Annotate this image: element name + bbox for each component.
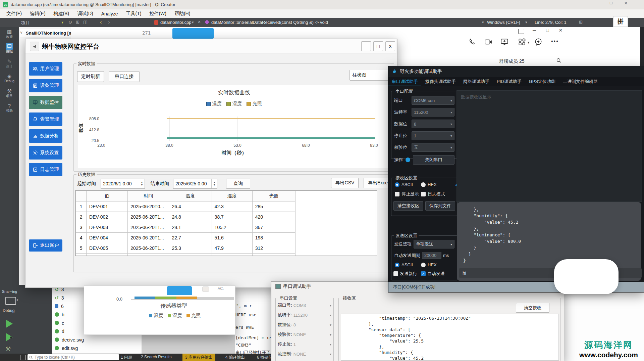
encoding-dropdown-icon[interactable]: ▾ — [482, 20, 484, 25]
tab-pid-assistant[interactable]: PID调试助手 — [493, 77, 525, 86]
save-to-file-button[interactable]: 保存到文件 — [425, 201, 455, 211]
apps-grid-icon[interactable] — [518, 38, 526, 48]
collapse-icon[interactable]: ⊖ — [68, 19, 72, 25]
sidebar-item-devices[interactable]: 设备管理 — [29, 79, 62, 92]
sidebar-item-settings[interactable]: 系统设置 — [29, 146, 62, 160]
wildfire-titlebar[interactable]: 野火多功能调试助手 — [388, 66, 644, 77]
databits-select[interactable]: 8 — [293, 322, 328, 327]
mode-help[interactable]: ? 帮助 — [0, 103, 19, 113]
tab-network-assistant[interactable]: 网络调试助手 — [460, 77, 493, 86]
col-header-lum[interactable]: 光照 — [252, 191, 295, 201]
wechat-sidebar-toggle-icon[interactable] — [518, 29, 524, 34]
stopbits-select[interactable]: 1 — [293, 342, 328, 347]
kit-expand-icon[interactable]: ▸ — [17, 298, 19, 302]
col-header-id[interactable]: ID — [87, 191, 128, 201]
qt-close-button[interactable]: × — [619, 0, 633, 8]
table-row[interactable]: 6DEV-0012025-06-20T0...26.442.3285 — [76, 254, 296, 256]
split-icon[interactable]: ⊞ — [76, 19, 79, 25]
spinner-icons[interactable]: ▲▼ — [211, 179, 217, 188]
spinner-icons[interactable]: ▲▼ — [139, 179, 145, 188]
file-list-item[interactable]: decive.svg — [52, 335, 142, 344]
menu-tools[interactable]: 工具(T) — [122, 11, 145, 17]
table-row[interactable]: 3DEV-0032025-06-20T1...28.1105.2367 — [76, 222, 296, 233]
wechat-close-icon[interactable]: × — [559, 27, 562, 34]
locate-input[interactable]: Type to locate (Ctrl+K) — [28, 354, 119, 360]
iot-titlebar[interactable]: 蜗牛物联网监控平台 – □ X — [25, 39, 396, 53]
menu-help[interactable]: 帮助(H) — [171, 11, 194, 17]
iot-close-button[interactable]: X — [385, 41, 395, 51]
wechat-maximize-icon[interactable]: □ — [546, 28, 549, 33]
video-call-icon[interactable] — [484, 38, 493, 48]
send-period-input[interactable]: 20000 — [422, 252, 441, 259]
col-header-temp[interactable]: 温度 — [169, 191, 212, 201]
mode-debug[interactable]: ◈ Debug — [0, 73, 19, 83]
export-csv-button[interactable]: 导出CSV — [331, 178, 359, 188]
wf-databits-select[interactable]: 8▾ — [412, 120, 454, 128]
sidebar-item-analysis[interactable]: 数据分析 — [29, 129, 62, 143]
file-dropdown-icon[interactable]: ▾ — [192, 20, 194, 25]
menu-debug[interactable]: 调试(D) — [73, 11, 97, 17]
wf-baud-select[interactable]: 115200▾ — [412, 108, 454, 117]
file-close-icon[interactable]: × — [198, 19, 201, 25]
port-select[interactable]: COM3 — [293, 303, 328, 308]
receive-textarea[interactable]: "timestamp": "2025-06-23T14:30:00Z" }, "… — [341, 314, 559, 361]
legend-item-humidity[interactable]: 湿度 — [226, 101, 242, 107]
menu-analyze[interactable]: Analyze — [98, 11, 122, 16]
log-mode-checkbox[interactable] — [421, 192, 426, 196]
wechat-minimize-icon[interactable]: – — [533, 27, 536, 34]
nav-back-icon[interactable]: ‹ — [100, 19, 102, 26]
tree-expand-icon[interactable]: ˅ — [20, 31, 22, 35]
screen-share-icon[interactable] — [500, 38, 509, 48]
send-newline-checkbox[interactable] — [393, 271, 398, 276]
baud-select[interactable]: 115200 — [293, 313, 328, 318]
apps-chevron-icon[interactable]: ▾ — [528, 40, 530, 45]
iot-maximize-button[interactable]: □ — [373, 41, 383, 51]
taskbar-panel-search[interactable]: 2 Search Results — [141, 355, 171, 359]
stop-display-checkbox[interactable] — [395, 192, 399, 196]
ascii-radio[interactable] — [395, 182, 399, 187]
parity-select[interactable]: NONE — [293, 332, 328, 337]
menu-build[interactable]: 构建(B) — [50, 11, 73, 17]
table-row[interactable]: 2DEV-0022025-06-20T1...24.838.7420 — [76, 212, 296, 222]
file-list-item[interactable]: edit.svg — [52, 344, 142, 352]
legend-item-luminance[interactable]: 光照 — [247, 101, 262, 107]
taskbar-panel-compile[interactable]: 4 编译输出 — [225, 355, 245, 360]
col-header-humidity[interactable]: 湿度 — [212, 191, 252, 201]
panel-toggle-icon[interactable] — [20, 355, 26, 360]
col-header-time[interactable]: 时间 — [128, 191, 169, 201]
timed-refresh-button[interactable]: 定时刷新 — [77, 71, 104, 82]
send-ascii-radio[interactable] — [395, 263, 399, 267]
wf-parity-select[interactable]: 无▾ — [412, 143, 454, 152]
sidebar-item-monitor[interactable]: 数据监控 — [29, 96, 62, 109]
symbol-selector[interactable]: dataMonitor::onSerialDataReceived(const … — [211, 20, 328, 25]
close-serial-button[interactable]: 关闭串口 — [413, 155, 454, 165]
taskbar-panel-issues[interactable]: 1 问题 — [121, 355, 132, 360]
start-time-input[interactable]: 2020/6/1 0:00 ▲▼ — [101, 179, 145, 189]
wf-receive-display[interactable]: 数据接收区显示 — [457, 90, 642, 202]
tab-binary-editor[interactable]: 二进制文件编辑器 — [559, 77, 601, 86]
send-option-select[interactable]: 单项发送▾ — [414, 240, 454, 249]
mode-welcome[interactable]: ▦ 欢迎 — [0, 29, 19, 39]
logout-button[interactable]: 退出账户 — [29, 239, 62, 252]
tab-gps-function[interactable]: GPS定位功能 — [526, 77, 559, 86]
serial-connect-button[interactable]: 串口连接 — [109, 71, 140, 82]
tab-serial-assistant[interactable]: 串口调试助手 — [388, 77, 421, 86]
auto-send-checkbox[interactable]: ✓ — [421, 271, 426, 276]
hex-radio[interactable] — [421, 182, 426, 187]
table-row[interactable]: 1DEV-0012025-06-20T0...26.442.3285 — [76, 201, 296, 212]
table-row[interactable]: 4DEV-0042025-06-20T1...22.751.6198 — [76, 233, 296, 243]
mode-edit[interactable]: ▤ 编辑 — [0, 43, 19, 54]
qt-maximize-button[interactable]: □ — [604, 0, 618, 8]
run-button[interactable] — [6, 320, 13, 328]
voice-call-icon[interactable] — [468, 38, 477, 48]
ime-badge[interactable]: 拼 — [613, 16, 628, 27]
kit-monitor-icon[interactable] — [5, 297, 16, 305]
sidebar-item-users[interactable]: 用户管理 — [29, 62, 62, 76]
filter-icon[interactable]: ▼ — [61, 21, 64, 24]
encoding-selector[interactable]: Windows (CRLF) — [487, 20, 520, 25]
nav-forward-icon[interactable]: › — [108, 19, 110, 26]
menu-widgets[interactable]: 控件(W) — [146, 11, 170, 17]
build-hammer-icon[interactable]: ⚒ — [5, 345, 11, 353]
send-hex-radio[interactable] — [421, 263, 426, 267]
project-tree-row[interactable]: ˅ SnailIOTMonitoring [master] — [20, 29, 70, 37]
